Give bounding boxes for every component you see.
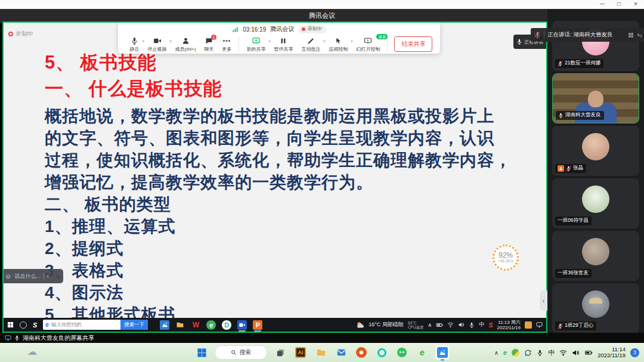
layout-grid-icon[interactable] (628, 32, 634, 38)
app-d-icon[interactable]: D (222, 320, 231, 330)
os-titlebar: ─ □ × (0, 0, 644, 9)
taskbar-search[interactable]: 搜索 (215, 345, 267, 360)
sync-icon[interactable] (524, 349, 532, 357)
host-clock[interactable]: 11:14 2022/11/19 (597, 346, 626, 359)
presentation-app-icon[interactable]: P (253, 320, 262, 330)
mail-icon[interactable] (334, 345, 348, 360)
participant-label: 一班06符学昌 (555, 216, 592, 225)
signal-icon (232, 26, 239, 33)
wifi-icon[interactable] (447, 321, 454, 328)
shared-taskbar: S e 输入你想找的 搜索一下 W e D P 16°C 局部晴朗 63°C C… (4, 318, 546, 332)
back-arrow-icon[interactable] (637, 32, 643, 38)
participant-label: 张晶 (555, 164, 586, 173)
battery-icon[interactable] (584, 349, 593, 357)
wps-icon[interactable]: W (191, 320, 200, 330)
monitor-icon (5, 335, 11, 341)
host-taskbar: ☁ 搜索 Ai O e ∧ e 中 (0, 343, 644, 362)
annotation-button[interactable]: 互动批注 ∨ (297, 36, 324, 52)
new-share-button[interactable]: 新的共享 ∨ (242, 36, 270, 52)
file-explorer-icon[interactable] (175, 320, 185, 330)
slide-control-button[interactable]: 幻灯片控制 最新 (352, 36, 384, 52)
avatar (582, 185, 609, 213)
participant-tile[interactable]: 张晶 (552, 126, 639, 176)
mic-icon (131, 37, 138, 45)
mic-on-icon (558, 113, 564, 118)
sidebar-collapse-handle[interactable]: ‹ (540, 290, 547, 311)
pen-icon (307, 37, 315, 45)
illustrator-icon[interactable]: Ai (293, 345, 308, 360)
maximize-icon[interactable]: □ (611, 0, 627, 9)
windows-icon (7, 321, 14, 328)
pause-share-button[interactable]: 暂停共享 (270, 36, 297, 52)
tray-expand-icon[interactable]: ∧ (494, 349, 499, 356)
slide-line: 概括地说，数学教学的板书技能是教师运用黑板或投影片上 (45, 105, 512, 127)
photos-app-icon[interactable] (160, 320, 169, 330)
start-button[interactable] (7, 321, 14, 328)
participant-tile[interactable]: 1班29丁启心 (552, 283, 639, 333)
start-button[interactable] (194, 345, 209, 360)
meeting-app-icon[interactable] (237, 320, 247, 330)
ime-indicator[interactable]: 中 (548, 348, 555, 357)
ie-icon[interactable]: e (415, 345, 429, 360)
quick-chat-widget[interactable]: ☺ 说点什么... ‹ (2, 269, 63, 283)
shared-clock[interactable]: 11:13 周六 2022/11/19 (497, 320, 521, 330)
participant-tile-speaking[interactable]: 湖南科大曾友良 (552, 73, 639, 123)
sogou-icon[interactable]: S (33, 321, 37, 329)
mic-icon[interactable] (469, 322, 475, 328)
search-icon (231, 349, 237, 355)
record-dot-icon (8, 32, 13, 36)
cursor-icon (335, 37, 342, 45)
stop-video-button[interactable]: 停止视频 ∨ (144, 36, 171, 52)
avatar (582, 290, 609, 318)
toolbar-divider (387, 36, 388, 52)
close-icon[interactable]: × (627, 0, 644, 9)
pause-icon (280, 37, 287, 45)
members-button[interactable]: 成员(99+) (171, 36, 200, 52)
mute-button[interactable]: 静音 ∨ (126, 36, 144, 52)
task-view-button[interactable] (273, 345, 287, 360)
sogou-tray-icon[interactable]: S (488, 321, 493, 329)
notification-badge[interactable]: 3 (630, 348, 639, 357)
weather-text: 16°C 局部晴朗 (369, 321, 404, 329)
office-icon[interactable]: O (354, 345, 369, 360)
tencent-meeting-icon[interactable] (435, 345, 450, 360)
green-e-tray-icon[interactable]: e (503, 349, 507, 356)
slide-line: 的文字、符号、图表和图形等，向学生呈现教学内容，认识 (45, 127, 512, 149)
speaker-icon[interactable] (458, 321, 465, 328)
speaker-icon[interactable] (572, 349, 580, 357)
file-explorer-icon[interactable] (314, 345, 328, 360)
notification-center-icon[interactable] (536, 321, 543, 328)
participants-sidebar: 21数应一班何娜 湖南科大曾友良 张晶 一班06符学昌 (547, 9, 644, 334)
search-engine-icon: e (45, 321, 49, 328)
cortana-button[interactable] (20, 321, 27, 329)
mic-icon[interactable] (537, 349, 543, 356)
search-go-button[interactable]: 搜索一下 (120, 320, 148, 330)
network-speed-widget[interactable]: 92% ↑45.3K/s (493, 245, 519, 271)
browser-icon[interactable]: e (206, 320, 216, 330)
slide-line: 4、图示法 (45, 281, 512, 304)
participant-tile[interactable]: 一班36张世友 (552, 231, 639, 281)
teal-app-icon[interactable] (374, 345, 389, 360)
meeting-toolbar: 03:16:19 腾讯会议 录制中 静音 ∨ 停止视频 ∨ (118, 23, 440, 54)
taskbar-search-box[interactable]: e 输入你想找的 搜索一下 (43, 320, 148, 330)
green-circle-tray-icon[interactable] (512, 349, 519, 357)
weather-cloud-icon[interactable]: ☁ (27, 346, 37, 357)
mic-muted-icon (566, 166, 571, 171)
orange-tray-icon[interactable] (525, 321, 532, 329)
tray-expand-icon[interactable]: ∧ (428, 322, 432, 328)
collapse-left-icon: ‹ (543, 298, 544, 304)
wechat-icon[interactable] (395, 345, 409, 360)
more-button[interactable]: ••• 更多 (218, 36, 236, 52)
circle-icon (20, 321, 27, 329)
battery-icon[interactable] (436, 321, 443, 329)
wifi-icon[interactable] (559, 349, 567, 357)
participant-tile[interactable]: 一班06符学昌 (552, 178, 639, 228)
remote-control-button[interactable]: 远程控制 ∨ (324, 36, 352, 52)
minimize-icon[interactable]: ─ (594, 0, 611, 9)
chat-button[interactable]: 聊天 1 (200, 36, 218, 52)
slide-line: 二、 板书的类型 (45, 193, 512, 215)
collapse-left-icon[interactable]: ‹ (47, 273, 49, 279)
ime-indicator[interactable]: 中 (479, 321, 484, 329)
end-share-button[interactable]: 结束共享 (394, 36, 432, 52)
new-feature-badge: 最新 (376, 34, 388, 39)
